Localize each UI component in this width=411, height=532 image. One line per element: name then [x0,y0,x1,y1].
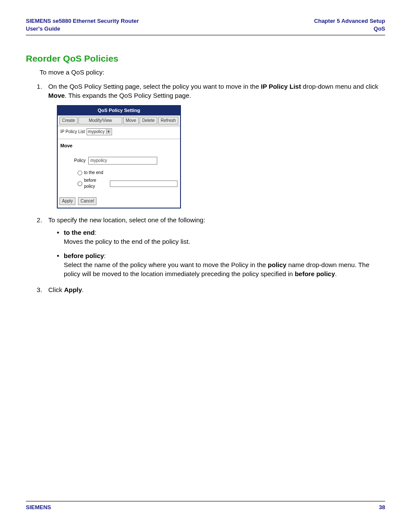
panel-footer: Apply Cancel [58,195,180,208]
sub-a-bold: to the end [64,229,95,236]
step-2: To specify the new location, select one … [44,215,385,278]
before-policy-select[interactable] [110,180,177,187]
step3-a: Click [48,286,64,293]
panel-toolbar: Create Modify/View Move Delete Refresh [58,115,180,126]
step1-part-a: On the QoS Policy Setting page, select t… [48,83,261,90]
step1-bold-ip-policy-list: IP Policy List [261,83,301,90]
policy-row: Policy mypolicy [74,157,177,165]
step2-sub-list: to the end: Moves the policy to the end … [48,228,385,278]
intro-text: To move a QoS policy: [40,68,385,77]
step1-part-c: drop-down menu and click [301,83,378,90]
qos-policy-setting-panel: QoS Policy Setting Create Modify/View Mo… [57,105,181,208]
page-header: SIEMENS se5880 Ethernet Security Router … [26,17,385,35]
page-footer: SIEMENS 38 [26,501,385,510]
steps-list: On the QoS Policy Setting page, select t… [26,82,385,294]
sub-a-body: Moves the policy to the end of the polic… [64,238,190,245]
cancel-button[interactable]: Cancel [78,197,97,205]
sub-b-body1: Select the name of the policy where you … [64,261,268,268]
radio-icon [78,171,82,175]
footer-brand: SIEMENS [26,504,51,510]
ip-policy-list-value: mypolicy [88,129,105,135]
dropdown-icon: ▾ [106,129,111,134]
move-button[interactable]: Move [123,117,139,124]
radio-icon [78,181,82,186]
sub-b-bold: before policy [64,252,104,259]
ip-policy-list-select[interactable]: mypolicy ▾ [87,128,112,135]
sub-before-policy: before policy: Select the name of the po… [57,251,385,278]
move-section-label: Move [60,143,177,149]
radio-before-label: before policy [84,177,109,190]
apply-button[interactable]: Apply [59,197,75,205]
policy-label: Policy [74,158,86,164]
sub-b-bold1: policy [268,261,286,268]
step-3: Click Apply. [44,285,385,294]
step1-bold-move: Move [48,92,65,99]
header-product-line2: User's Guide [26,25,139,33]
sub-b-body3: . [335,270,336,277]
section-title: Reorder QoS Policies [26,53,385,64]
header-section: QoS [314,25,385,33]
sub-a-colon: : [95,229,97,236]
header-chapter: Chapter 5 Advanced Setup [314,17,385,25]
step3-bold-apply: Apply [64,286,82,293]
step2-text: To specify the new location, select one … [48,216,205,224]
ip-policy-list-row: IP Policy List mypolicy ▾ [58,126,180,139]
step3-c: . [82,286,84,293]
modify-view-button[interactable]: Modify/View [78,117,122,124]
policy-input[interactable]: mypolicy [88,157,157,165]
delete-button[interactable]: Delete [140,117,157,124]
sub-b-colon: : [104,252,106,259]
panel-titlebar: QoS Policy Setting [58,106,180,115]
refresh-button[interactable]: Refresh [158,117,178,124]
radio-to-the-end[interactable]: to the end [78,170,177,176]
create-button[interactable]: Create [59,117,78,124]
sub-to-the-end: to the end: Moves the policy to the end … [57,228,385,246]
footer-page-number: 38 [379,504,385,510]
sub-b-bold2: before policy [295,270,335,277]
radio-to-end-label: to the end [84,170,103,176]
step1-part-e: . This expands the QoS Policy Setting pa… [65,92,191,99]
header-product-line1: SIEMENS se5880 Ethernet Security Router [26,17,139,25]
radio-before-policy[interactable]: before policy [78,177,177,190]
ip-policy-list-label: IP Policy List [60,129,85,135]
step-1: On the QoS Policy Setting page, select t… [44,82,385,208]
move-section: Move Policy mypolicy to the end before p… [58,139,180,195]
